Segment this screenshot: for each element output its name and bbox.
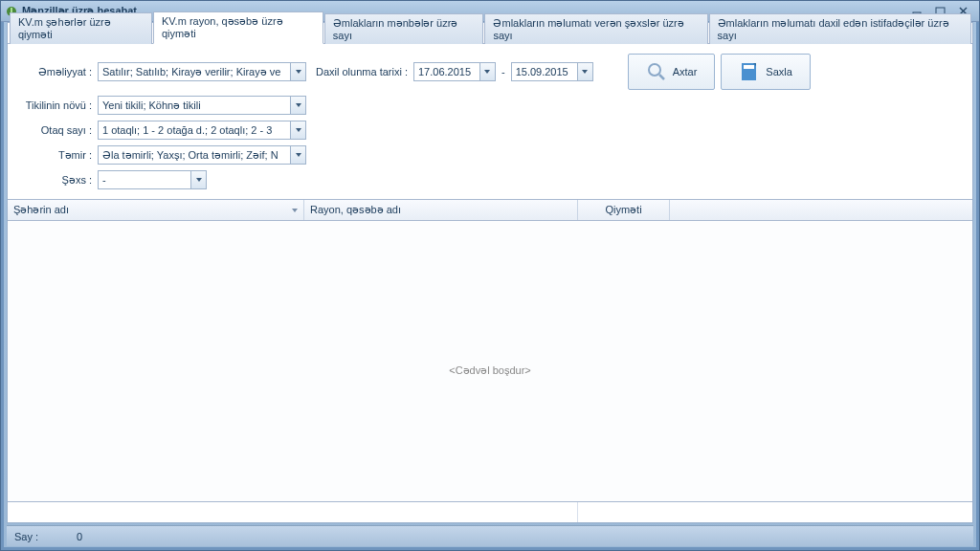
dropdown-icon[interactable] [190,171,206,188]
tab-1[interactable]: KV.m rayon, qəsəbə üzrə qiyməti [153,11,323,44]
filter-panel: Əməliyyat : Daxil olunma tarixi : - [8,44,972,199]
repair-input[interactable] [99,147,290,163]
grid-footer [8,501,972,522]
building-combo[interactable] [98,96,306,115]
svg-rect-9 [744,65,754,69]
operation-input[interactable] [99,64,290,79]
person-combo[interactable] [98,170,207,189]
person-label: Şəxs : [21,174,92,187]
date-from-combo[interactable] [413,62,496,81]
rooms-label: Otaq sayı : [21,124,92,136]
svg-point-6 [649,64,660,76]
grid-header: Şəhərin adı Rayon, qəsəbə adı Qiyməti [8,200,972,221]
magnifier-icon [646,61,667,82]
save-button[interactable]: Saxla [721,54,811,90]
date-to-combo[interactable] [511,62,593,81]
tab-2[interactable]: Əmlakların mənbələr üzrə sayı [324,13,484,44]
search-button-label: Axtar [673,66,698,77]
grid: Şəhərin adı Rayon, qəsəbə adı Qiyməti <C… [8,199,972,522]
operation-label: Əməliyyat : [21,66,92,78]
grid-body: <Cədvəl boşdur> [8,221,972,501]
svg-line-7 [659,75,664,79]
content-area: KV.m şəhərlər üzrə qiymətiKV.m rayon, qə… [7,22,973,523]
statusbar: Say : 0 [7,525,973,546]
person-input[interactable] [99,172,190,187]
dropdown-icon[interactable] [290,97,305,114]
tab-0[interactable]: KV.m şəhərlər üzrə qiyməti [10,12,152,44]
column-header-district[interactable]: Rayon, qəsəbə adı [304,200,578,220]
date-dash: - [501,66,505,77]
grid-footer-cell [8,502,578,522]
status-count-value: 0 [77,531,82,542]
date-label: Daxil olunma tarixi : [316,66,408,77]
building-input[interactable] [99,98,290,113]
tab-strip: KV.m şəhərlər üzrə qiymətiKV.m rayon, qə… [8,23,972,44]
column-header-price[interactable]: Qiyməti [578,200,670,220]
repair-combo[interactable] [98,145,306,165]
status-count-label: Say : [14,531,38,542]
column-header-city[interactable]: Şəhərin adı [8,200,304,220]
rooms-combo[interactable] [98,121,306,140]
operation-combo[interactable] [98,62,306,81]
repair-label: Təmir : [21,149,92,162]
dropdown-icon[interactable] [479,63,495,80]
search-button[interactable]: Axtar [628,54,716,90]
dropdown-icon[interactable] [577,63,592,80]
rooms-input[interactable] [99,122,290,138]
dropdown-icon[interactable] [290,146,305,164]
tab-3[interactable]: Əmlakların məlumatı verən şəxslər üzrə s… [484,13,707,44]
save-button-label: Saxla [766,66,792,77]
dropdown-icon[interactable] [290,121,305,139]
tab-4[interactable]: Əmlakların məlumatı daxil edən istifadəç… [709,13,971,44]
grid-empty-text: <Cədvəl boşdur> [449,364,531,377]
date-to-input[interactable] [512,64,577,79]
dropdown-icon[interactable] [290,63,305,80]
window: Mənzillər üzrə hesabat KV.m şəhərlər üzr… [0,0,980,551]
date-from-input[interactable] [414,64,479,79]
building-label: Tikilinin növü : [21,99,92,111]
save-icon [739,61,760,82]
